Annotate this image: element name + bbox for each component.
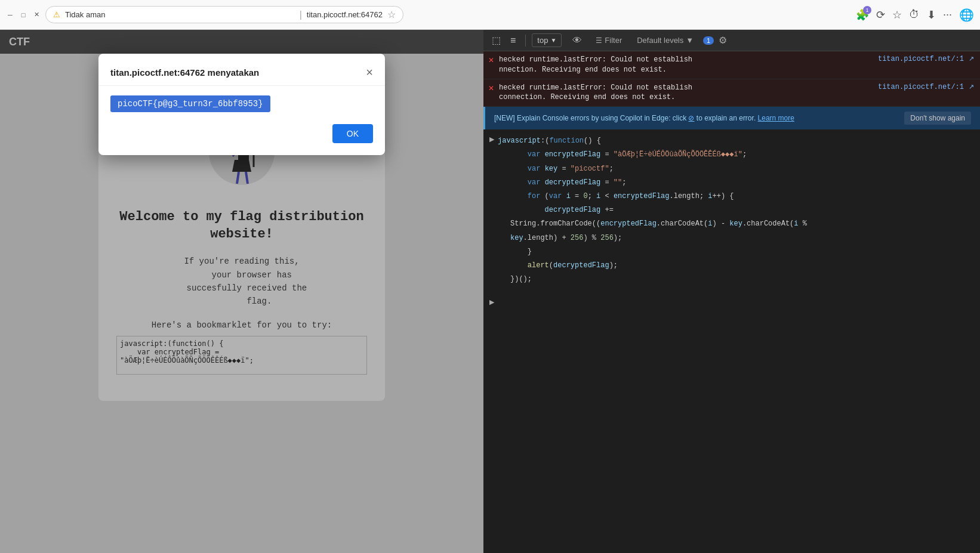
default-levels-label: Default levels [637,36,683,45]
url-display: titan.picoctf.net:64762 [307,10,383,19]
error-text-2: hecked runtime.lastError: Could not esta… [499,83,873,103]
more-button[interactable]: ··· [943,8,952,21]
expand-bottom-button[interactable]: ▶ [489,298,494,306]
bookmark-button[interactable]: ☆ [387,9,396,20]
code-line-2: var key = "picoctf"; [510,163,974,175]
banner-text: [NEW] Explain Console errors by using Co… [494,114,898,122]
external-link-icon-1[interactable]: ↗ [969,55,974,63]
code-line-5: decryptedFlag += [510,205,974,216]
devtools-console-btn[interactable]: ≡ [507,33,519,48]
browser-actions: 🧩 1 ⟳ ☆ ⏱ ⬇ ··· 🌐 [856,8,974,22]
maximize-button[interactable]: □ [19,11,27,19]
alert-dialog: titan.picoctf.net:64762 menyatakan × pic… [98,54,385,155]
flag-value-display: picoCTF{p@g3_turn3r_6bbf8953} [110,95,270,112]
copilot-banner: [NEW] Explain Console errors by using Co… [483,107,980,129]
devtools-settings-button[interactable]: ⚙ [719,35,727,46]
code-line-7: key.length) + 256) % 256); [510,233,974,244]
devtools-right-actions: 👁 ☰ Filter Default levels ▼ 1 ⚙ [569,34,727,47]
dialog-close-button[interactable]: × [366,66,373,79]
dialog-header: titan.picoctf.net:64762 menyatakan × [98,54,385,86]
dropdown-arrow-icon: ▼ [550,37,556,44]
dialog-actions: OK [110,124,373,143]
warning-icon: ⚠ [53,10,60,19]
code-section: ▶ javascript:(function() { var encrypted… [483,129,980,291]
filter-label: Filter [605,36,622,45]
error-link-2[interactable]: titan.picoctf.net/:1 [878,83,964,91]
extensions-badge: 1 [863,6,871,14]
learn-more-link-text[interactable]: Learn more [758,114,794,122]
main-layout: CTF [0,30,980,553]
browser-chrome: ─ □ ✕ ⚠ Tidak aman | titan.picoctf.net:6… [0,0,980,30]
error-link-1[interactable]: titan.picoctf.net/:1 [878,55,964,63]
code-line-10: })(); [510,274,974,285]
top-label: top [537,36,548,45]
default-levels-button[interactable]: Default levels ▼ [632,35,698,46]
code-line-9: alert(decryptedFlag); [510,260,974,271]
devtools-toolbar: ⬚ ≡ top ▼ 👁 ☰ Filter Default levels ▼ 1 … [483,30,980,51]
dialog-title: titan.picoctf.net:64762 menyatakan [110,67,259,78]
dialog-body: picoCTF{p@g3_turn3r_6bbf8953} OK [98,86,385,155]
error-text-1: hecked runtime.lastError: Could not esta… [499,55,873,75]
eye-button[interactable]: 👁 [569,34,585,47]
code-line-3: var decryptedFlag = ""; [510,177,974,189]
code-line-1: var encryptedFlag = "àÖÆþ¦Ë÷èÚÉÔÖûàÕÑçÕÖ… [510,149,974,160]
message-count-badge: 1 [703,36,714,45]
minimize-button[interactable]: ─ [6,11,14,19]
history-button[interactable]: ⏱ [909,8,920,21]
extensions-button[interactable]: 🧩 1 [856,8,869,21]
expand-code-button[interactable]: ▶ [489,135,494,143]
edge-icon: 🌐 [959,8,974,22]
ok-button[interactable]: OK [332,124,373,143]
toolbar-separator [525,35,526,47]
external-link-icon-2[interactable]: ↗ [969,83,974,91]
close-button[interactable]: ✕ [32,11,41,19]
top-dropdown[interactable]: top ▼ [532,33,562,47]
code-content-main: javascript:(function() { [498,135,601,147]
code-line-8: } [510,246,974,258]
console-output[interactable]: ✕ hecked runtime.lastError: Could not es… [483,51,980,553]
devtools-panel: ⬚ ≡ top ▼ 👁 ☰ Filter Default levels ▼ 1 … [483,30,980,553]
separator: | [300,10,302,20]
code-line-4: for (var i = 0; i < encryptedFlag.length… [510,191,974,202]
refresh-button[interactable]: ⟳ [876,8,885,21]
filter-button[interactable]: ☰ Filter [590,34,627,47]
security-label: Tidak aman [65,10,295,19]
error-line-2: ✕ hecked runtime.lastError: Could not es… [483,79,980,107]
dialog-overlay: titan.picoctf.net:64762 menyatakan × pic… [0,30,483,553]
error-icon-1: ✕ [488,56,494,64]
devtools-inspect-btn[interactable]: ⬚ [488,32,504,48]
address-bar[interactable]: ⚠ Tidak aman | titan.picoctf.net:64762 ☆ [45,6,403,23]
window-controls: ─ □ ✕ [6,11,41,19]
filter-icon: ☰ [596,36,602,45]
error-line-1: ✕ hecked runtime.lastError: Could not es… [483,51,980,79]
downloads-button[interactable]: ⬇ [927,8,936,21]
favorites-button[interactable]: ☆ [892,8,902,21]
dont-show-button[interactable]: Don't show again [904,112,971,125]
learn-more-link[interactable]: ⊘ [688,114,694,122]
error-icon-2: ✕ [488,84,494,92]
levels-arrow-icon: ▼ [686,36,694,45]
website-panel: CTF [0,30,483,553]
code-line-6: String.fromCharCode((encryptedFlag.charC… [510,218,974,230]
